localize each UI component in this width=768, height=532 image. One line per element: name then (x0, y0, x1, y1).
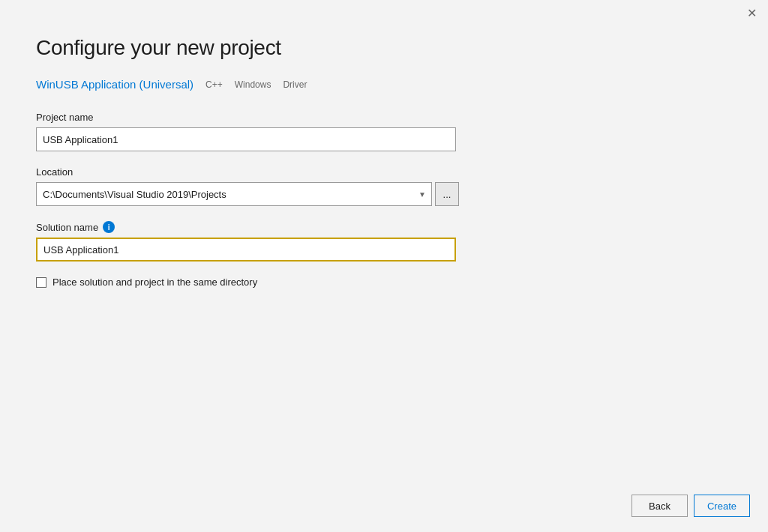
dialog-footer: Back Create (0, 483, 768, 532)
configure-project-dialog: ✕ Configure your new project WinUSB Appl… (0, 0, 768, 532)
project-type-label: WinUSB Application (Universal) (36, 78, 194, 91)
dialog-content: Configure your new project WinUSB Applic… (0, 21, 768, 483)
location-row: C:\Documents\Visual Studio 2019\Projects… (36, 182, 732, 206)
solution-name-input[interactable] (36, 238, 456, 262)
back-button[interactable]: Back (632, 495, 688, 517)
same-directory-label[interactable]: Place solution and project in the same d… (52, 276, 257, 288)
browse-button[interactable]: ... (435, 182, 459, 206)
page-title: Configure your new project (36, 36, 732, 60)
same-directory-row: Place solution and project in the same d… (36, 276, 732, 288)
project-name-group: Project name (36, 112, 732, 151)
tag-cpp: C++ (206, 79, 223, 90)
location-select[interactable]: C:\Documents\Visual Studio 2019\Projects (36, 182, 432, 206)
title-bar: ✕ (0, 0, 768, 21)
location-label: Location (36, 166, 732, 178)
tag-windows: Windows (235, 79, 272, 90)
tag-driver: Driver (283, 79, 307, 90)
project-type-name: WinUSB Application (Universal) (36, 78, 194, 91)
solution-name-label: Solution name i (36, 221, 732, 233)
close-button[interactable]: ✕ (744, 6, 759, 21)
location-select-wrapper: C:\Documents\Visual Studio 2019\Projects… (36, 182, 432, 206)
subtitle-row: WinUSB Application (Universal) C++ Windo… (36, 78, 732, 91)
project-name-label: Project name (36, 112, 732, 123)
solution-name-group: Solution name i (36, 221, 732, 262)
project-name-input[interactable] (36, 127, 456, 151)
same-directory-checkbox[interactable] (36, 277, 46, 288)
create-button[interactable]: Create (694, 495, 750, 517)
solution-name-info-icon[interactable]: i (103, 221, 115, 233)
location-group: Location C:\Documents\Visual Studio 2019… (36, 166, 732, 206)
